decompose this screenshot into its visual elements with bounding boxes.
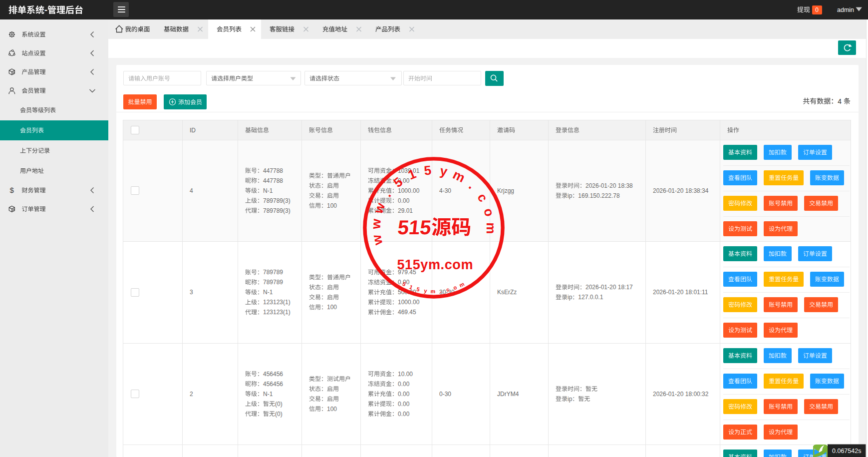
svg-text:789789(3): 789789(3) — [263, 197, 290, 204]
svg-text:169.150.222.78: 169.150.222.78 — [578, 192, 620, 199]
svg-text:0.00: 0.00 — [398, 411, 410, 418]
svg-text:3: 3 — [190, 289, 193, 296]
svg-text:5: 5 — [416, 286, 420, 293]
svg-text:o: o — [481, 206, 497, 218]
svg-text:447788: 447788 — [263, 177, 283, 184]
svg-text:1000.00: 1000.00 — [398, 299, 420, 306]
svg-text:10.00: 10.00 — [398, 371, 413, 378]
svg-text:y: y — [424, 288, 428, 294]
svg-text:469.45: 469.45 — [398, 309, 416, 316]
svg-text:100: 100 — [327, 406, 337, 413]
svg-text:100: 100 — [327, 202, 337, 209]
svg-text:m: m — [484, 222, 499, 234]
svg-text:123123(1): 123123(1) — [263, 309, 290, 316]
svg-text:447788: 447788 — [263, 167, 283, 174]
svg-text:0-30: 0-30 — [439, 391, 451, 398]
svg-text:515ym.com: 515ym.com — [397, 257, 474, 272]
svg-text:admin: admin — [837, 6, 854, 13]
svg-text:2026-01-20 18:38:34: 2026-01-20 18:38:34 — [653, 187, 709, 194]
svg-text:ID: ID — [190, 127, 196, 134]
svg-text:ip: ip — [568, 192, 573, 199]
svg-text:.: . — [466, 178, 479, 192]
svg-text:5: 5 — [423, 162, 432, 178]
svg-text:4: 4 — [838, 97, 842, 105]
svg-text:ip: ip — [568, 294, 573, 301]
svg-text:c: c — [474, 190, 491, 204]
svg-text:4: 4 — [190, 187, 193, 194]
svg-text:789789: 789789 — [263, 279, 283, 286]
svg-text:0.00: 0.00 — [398, 401, 410, 408]
svg-text:$: $ — [10, 186, 14, 194]
svg-text:4-30: 4-30 — [439, 187, 451, 194]
svg-text:(0): (0) — [275, 401, 283, 408]
svg-text:2026-01-20 18:00:32: 2026-01-20 18:00:32 — [653, 391, 709, 398]
svg-text:y: y — [439, 163, 449, 179]
svg-text:0.067542s: 0.067542s — [832, 448, 861, 455]
svg-text:789789(3): 789789(3) — [263, 207, 290, 214]
svg-text:456456: 456456 — [263, 371, 283, 378]
svg-text:515: 515 — [397, 216, 432, 238]
svg-text:123123(1): 123123(1) — [263, 299, 290, 306]
svg-text:0.00: 0.00 — [398, 197, 410, 204]
svg-text:2: 2 — [190, 391, 193, 398]
svg-text:0.00: 0.00 — [398, 391, 410, 398]
svg-text:KsErZz: KsErZz — [497, 289, 517, 296]
svg-text:N-1: N-1 — [263, 391, 273, 398]
svg-text:0.00: 0.00 — [398, 381, 410, 388]
svg-text:w: w — [368, 218, 383, 230]
svg-text:JDrYM4: JDrYM4 — [497, 391, 519, 398]
svg-text:100: 100 — [327, 304, 337, 311]
svg-text:N-1: N-1 — [263, 187, 273, 194]
svg-text:m: m — [451, 167, 468, 185]
svg-text:ip: ip — [568, 396, 573, 403]
svg-text:w: w — [369, 233, 386, 247]
svg-text:Krjzgg: Krjzgg — [497, 187, 514, 194]
svg-text:-: - — [44, 5, 47, 15]
svg-text:2026-01-20 18:38: 2026-01-20 18:38 — [585, 182, 633, 189]
svg-text:2026-01-20 18:01:11: 2026-01-20 18:01:11 — [653, 289, 708, 296]
svg-text:0: 0 — [815, 6, 819, 13]
svg-text:c: c — [446, 286, 450, 293]
svg-text:127.0.0.1: 127.0.0.1 — [578, 294, 603, 301]
svg-text:29.01: 29.01 — [398, 207, 413, 214]
svg-text:456456: 456456 — [263, 381, 283, 388]
svg-text:m: m — [430, 288, 435, 294]
svg-text:2026-01-20 18:17: 2026-01-20 18:17 — [585, 284, 633, 291]
svg-text:789789: 789789 — [263, 269, 283, 276]
svg-text:m: m — [458, 281, 465, 288]
svg-text:N-1: N-1 — [263, 289, 273, 296]
svg-text:(0): (0) — [275, 411, 283, 418]
